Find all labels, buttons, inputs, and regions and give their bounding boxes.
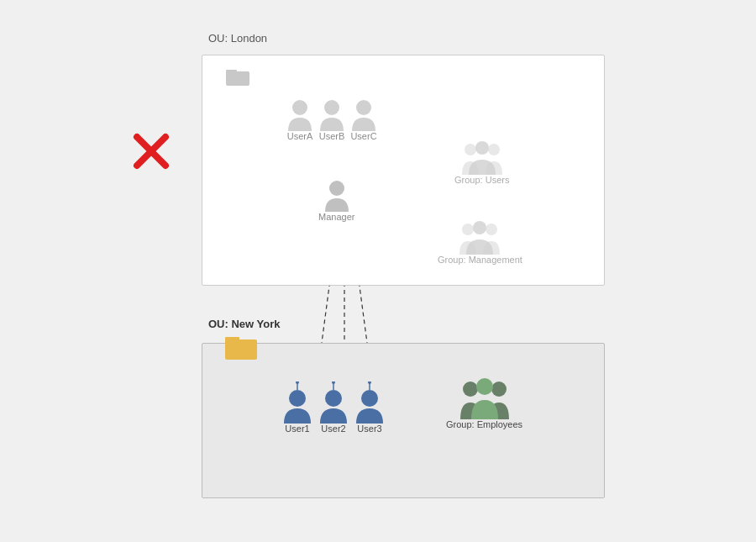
svg-point-28	[473, 221, 486, 234]
ou-london-label: OU: London	[208, 32, 267, 45]
london-box: UserA UserB UserC Manager	[202, 55, 605, 286]
svg-point-40	[368, 382, 371, 384]
ny-group-employees: Group: Employees	[446, 377, 522, 429]
svg-point-41	[361, 390, 378, 407]
newyork-folder-icon	[225, 334, 257, 360]
svg-rect-18	[226, 70, 237, 74]
svg-point-44	[476, 378, 493, 395]
svg-point-21	[356, 100, 371, 115]
ny-user-1: User1	[282, 382, 312, 434]
svg-point-26	[462, 224, 474, 235]
london-folder-icon	[226, 67, 249, 86]
svg-point-22	[329, 181, 344, 196]
svg-rect-32	[225, 337, 239, 344]
svg-point-42	[463, 382, 478, 397]
svg-point-24	[488, 144, 500, 155]
london-group-management: Group: Management	[438, 219, 522, 265]
london-user-a: UserA	[286, 99, 313, 141]
svg-point-38	[325, 390, 342, 407]
svg-point-43	[491, 382, 507, 397]
ou-newyork-label: OU: New York	[208, 318, 280, 330]
london-manager: Manager	[318, 180, 354, 222]
svg-point-27	[486, 224, 497, 235]
svg-point-35	[289, 390, 306, 407]
london-user-c: UserC	[350, 99, 377, 141]
svg-point-19	[292, 100, 307, 115]
svg-point-34	[296, 382, 299, 384]
ny-user-2: User2	[318, 382, 349, 434]
newyork-box: User1 User2 User3	[202, 343, 605, 498]
diagram-container: OU: London UserA UserB	[0, 0, 756, 542]
svg-point-23	[465, 144, 476, 155]
svg-point-25	[475, 141, 489, 155]
svg-point-20	[324, 100, 339, 115]
london-user-b: UserB	[318, 99, 345, 141]
ny-user-3: User3	[354, 382, 385, 434]
london-group-users: Group: Users	[454, 139, 509, 185]
red-x-icon	[130, 130, 172, 172]
svg-point-37	[332, 382, 335, 384]
